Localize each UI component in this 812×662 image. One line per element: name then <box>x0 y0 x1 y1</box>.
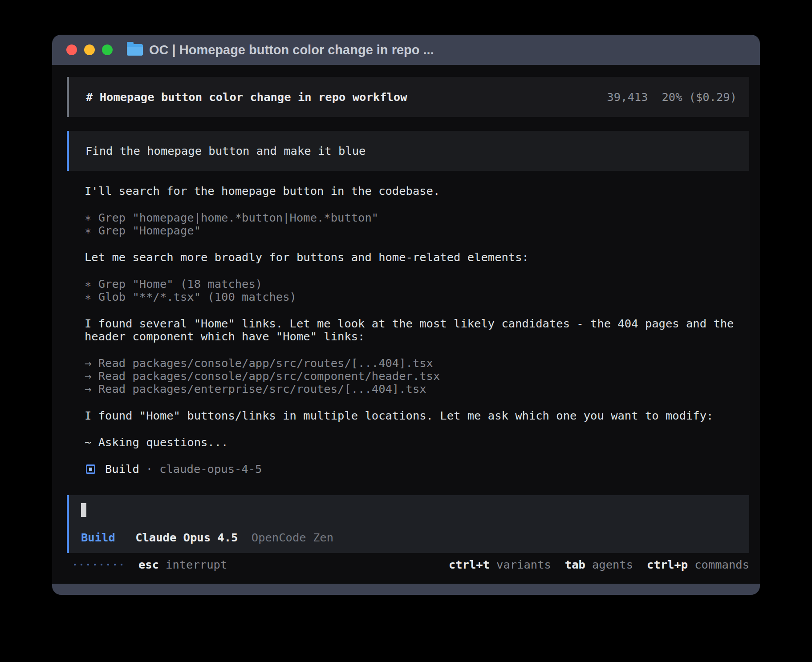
titlebar[interactable]: OC | Homepage button color change in rep… <box>52 35 760 65</box>
window-footer <box>52 584 760 595</box>
assistant-paragraph: I'll search for the homepage button in t… <box>85 185 749 198</box>
close-button[interactable] <box>66 44 77 55</box>
assistant-line: I found "Home" buttons/links in multiple… <box>85 409 749 422</box>
agent-model-name: claude-opus-4-5 <box>159 463 262 476</box>
status-bar-left: esc interrupt <box>74 559 227 570</box>
spinner-dot <box>121 564 122 565</box>
shortcut-label: agents <box>592 559 633 570</box>
shortcut-variants: ctrl+t variants <box>449 559 551 570</box>
agent-mode-label: Build <box>105 463 139 476</box>
fullscreen-button[interactable] <box>102 44 113 55</box>
shortcut-key: tab <box>565 559 585 570</box>
assistant-paragraph: Let me search more broadly for buttons a… <box>85 251 749 264</box>
provider-name: OpenCode Zen <box>252 531 333 544</box>
model-name: Claude Opus 4.5 <box>135 531 238 544</box>
session-title: # Homepage button color change in repo w… <box>86 91 407 104</box>
esc-key-hint: esc <box>138 559 159 570</box>
minimize-button[interactable] <box>84 44 95 55</box>
session-cost: ($0.29) <box>689 90 737 104</box>
tool-call-line: → Read packages/console/app/src/componen… <box>85 370 749 383</box>
tool-call-line: ∗ Grep "Homepage" <box>85 224 749 237</box>
assistant-line: header component which have "Home" links… <box>85 330 749 343</box>
spinner-dot <box>114 564 116 565</box>
spinner-dot <box>74 564 76 565</box>
agent-status: Build · claude-opus-4-5 <box>86 463 749 476</box>
spinner-dot <box>87 564 89 565</box>
window-title: OC | Homepage button color change in rep… <box>149 43 434 57</box>
user-message-text: Find the homepage button and make it blu… <box>85 145 365 157</box>
user-message: Find the homepage button and make it blu… <box>67 131 749 171</box>
assistant-line: I'll search for the homepage button in t… <box>85 185 749 198</box>
shortcut-key: ctrl+t <box>449 559 490 570</box>
text-cursor <box>81 503 86 517</box>
tool-call-line: ∗ Grep "Home" (18 matches) <box>85 278 749 291</box>
spinner-dots <box>74 564 122 565</box>
tool-call-line: → Read packages/enterprise/src/routes/[.… <box>85 383 749 396</box>
spinner-dot <box>101 564 102 565</box>
prompt-input[interactable]: Build Claude Opus 4.5 OpenCode Zen <box>67 495 749 553</box>
token-count: 39,413 <box>607 90 648 104</box>
assistant-line: Let me search more broadly for buttons a… <box>85 251 749 264</box>
mode-badge: Build <box>81 531 115 544</box>
prompt-status-row: Build Claude Opus 4.5 OpenCode Zen <box>81 532 749 543</box>
spinner-dot <box>107 564 109 565</box>
context-percentage: 20% <box>662 90 682 104</box>
assistant-paragraph: I found several "Home" links. Let me loo… <box>85 317 749 343</box>
tool-call-line: ∗ Glob "**/*.tsx" (100 matches) <box>85 291 749 303</box>
spinner-dot <box>81 564 82 565</box>
session-stats: 39,41320%($0.29) <box>607 91 737 104</box>
interrupt-label: interrupt <box>166 559 227 570</box>
agent-separator: · <box>146 463 153 476</box>
shortcut-label: variants <box>496 559 551 570</box>
conversation: I'll search for the homepage button in t… <box>85 185 749 449</box>
terminal-content: # Homepage button color change in repo w… <box>52 65 760 584</box>
session-header: # Homepage button color change in repo w… <box>67 77 749 117</box>
assistant-line: ~ Asking questions... <box>85 436 749 449</box>
assistant-paragraph: I found "Home" buttons/links in multiple… <box>85 409 749 422</box>
agent-mode-icon-inner <box>89 468 92 471</box>
tool-call-line: ∗ Grep "homepage|home.*button|Home.*butt… <box>85 211 749 224</box>
folder-icon <box>127 44 143 56</box>
traffic-lights <box>66 44 113 55</box>
shortcut-label: commands <box>694 559 749 570</box>
spinner-dot <box>94 564 96 565</box>
assistant-paragraph: ~ Asking questions... <box>85 436 749 449</box>
tool-call-line: → Read packages/console/app/src/routes/[… <box>85 357 749 370</box>
status-bar: esc interrupt ctrl+t variants tab agents… <box>74 559 749 570</box>
shortcut-key: ctrl+p <box>647 559 688 570</box>
shortcut-commands: ctrl+p commands <box>647 559 749 570</box>
status-bar-right: ctrl+t variants tab agents ctrl+p comman… <box>449 559 749 570</box>
terminal-window: OC | Homepage button color change in rep… <box>52 35 760 595</box>
tool-call-group: ∗ Grep "homepage|home.*button|Home.*butt… <box>85 211 749 237</box>
assistant-line: I found several "Home" links. Let me loo… <box>85 317 749 330</box>
agent-mode-icon <box>86 464 95 474</box>
tool-call-group: ∗ Grep "Home" (18 matches) ∗ Glob "**/*.… <box>85 278 749 303</box>
tool-call-group: → Read packages/console/app/src/routes/[… <box>85 357 749 396</box>
shortcut-agents: tab agents <box>565 559 633 570</box>
